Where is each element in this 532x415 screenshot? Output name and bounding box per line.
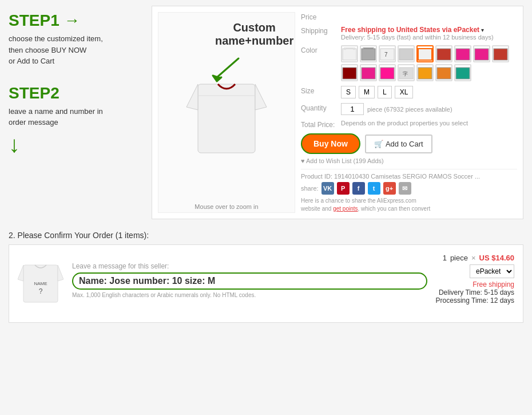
- order-item: NAME ? Leave a message for this seller: …: [18, 254, 514, 307]
- color-swatch-orange[interactable]: [416, 64, 434, 81]
- get-points-link[interactable]: get points: [333, 205, 358, 212]
- svg-rect-6: [362, 49, 375, 60]
- size-label: Size: [301, 86, 341, 95]
- color-swatch-hot-pink[interactable]: [379, 64, 396, 81]
- shipping-label: Shipping: [301, 26, 341, 35]
- svg-rect-1: [198, 84, 255, 153]
- color-swatch-teal[interactable]: [454, 64, 471, 81]
- twitter-button[interactable]: t: [368, 182, 380, 195]
- buy-now-button[interactable]: Buy Now: [301, 133, 360, 154]
- step2-title: STEP2: [9, 84, 146, 102]
- svg-rect-13: [475, 49, 489, 60]
- svg-rect-3: [343, 49, 356, 60]
- qty-stock: piece (67932 pieces available): [367, 106, 452, 113]
- svg-text:?: ?: [39, 287, 43, 295]
- color-swatch-char[interactable]: 字: [398, 64, 415, 81]
- color-swatch-pink[interactable]: [454, 45, 471, 62]
- svg-rect-21: [437, 68, 451, 79]
- delivery-time: Delivery Time: 5-15 days: [436, 288, 514, 297]
- svg-rect-10: [418, 49, 432, 60]
- svg-rect-14: [494, 49, 507, 60]
- item-qty: 1: [443, 254, 447, 262]
- svg-rect-20: [418, 68, 432, 79]
- color-swatch-number7[interactable]: 7: [379, 45, 396, 62]
- heart-icon: ♥: [301, 157, 305, 164]
- add-to-cart-button[interactable]: 🛒 Add to Cart: [365, 135, 432, 153]
- color-swatch-lightgray[interactable]: [398, 45, 415, 62]
- pinterest-button[interactable]: P: [337, 182, 350, 195]
- color-swatch-red2[interactable]: [473, 45, 490, 62]
- svg-text:7: 7: [384, 52, 388, 58]
- step1-arrow: →: [64, 11, 80, 30]
- svg-rect-5: [353, 48, 355, 50]
- product-panel: Customname+number: [152, 6, 523, 219]
- price-label: Price: [301, 12, 341, 21]
- step2-down-arrow: ↓: [9, 133, 146, 156]
- svg-rect-17: [380, 68, 394, 79]
- product-meta: Product ID: 1914010430 Camisetas SERGIO …: [301, 169, 517, 213]
- step1-title: STEP1 →: [9, 11, 146, 30]
- share-label: share:: [301, 185, 319, 192]
- svg-text:字: 字: [403, 71, 408, 77]
- step1-desc: choose the customized item, then choose …: [9, 33, 146, 67]
- color-swatch-magenta[interactable]: [360, 64, 377, 81]
- wishlist-link[interactable]: ♥ Add to Wish List (199 Adds): [301, 157, 517, 164]
- size-xl[interactable]: XL: [395, 86, 414, 98]
- step1-label: STEP1: [9, 11, 59, 30]
- product-image-container: Customname+number: [158, 12, 295, 213]
- shipping-value: Free shipping to United States via ePack…: [341, 26, 479, 34]
- facebook-button[interactable]: f: [352, 182, 365, 195]
- color-swatch-darkred[interactable]: [435, 45, 452, 62]
- size-buttons: S M L XL: [341, 86, 517, 98]
- svg-rect-11: [437, 49, 451, 60]
- color-swatch-darkred2[interactable]: [341, 64, 358, 81]
- instructions-panel: STEP1 → choose the customized item, then…: [9, 6, 146, 219]
- quantity-row: 1 piece × US $14.60: [443, 254, 514, 262]
- product-id: Product ID: 1914010430 Camisetas SERGIO …: [301, 173, 517, 180]
- custom-name-label: Customname+number: [215, 21, 293, 48]
- svg-rect-22: [456, 68, 470, 79]
- vk-button[interactable]: VK: [321, 182, 334, 195]
- color-swatch-red3[interactable]: [492, 45, 509, 62]
- svg-rect-4: [344, 48, 346, 50]
- shipping-method-select[interactable]: ePacket: [470, 264, 514, 278]
- color-label: Color: [301, 45, 341, 54]
- google-button[interactable]: g+: [383, 182, 396, 195]
- size-l[interactable]: L: [378, 86, 392, 98]
- message-container: Leave a message for this seller: Name: J…: [72, 262, 427, 298]
- message-text: Name: Jose number: 10 size: M: [79, 276, 420, 286]
- confirm-title: 2. Please Confirm Your Order (1 items):: [9, 231, 523, 240]
- shipping-info: Free shipping Delivery Time: 5-15 days P…: [436, 280, 514, 305]
- color-swatch-gray[interactable]: [360, 45, 377, 62]
- svg-rect-15: [343, 68, 356, 79]
- svg-text:NAME: NAME: [34, 281, 47, 286]
- action-buttons: Buy Now 🛒 Add to Cart: [301, 133, 517, 154]
- size-m[interactable]: M: [359, 86, 375, 98]
- message-label: Leave a message for this seller:: [72, 262, 427, 270]
- message-input-area[interactable]: Name: Jose number: 10 size: M: [72, 272, 427, 290]
- quantity-input[interactable]: [341, 103, 364, 115]
- order-item-image: NAME ?: [18, 254, 63, 307]
- share-row: share: VK P f t g+ ✉: [301, 182, 517, 195]
- email-button[interactable]: ✉: [399, 182, 411, 195]
- color-swatch-white[interactable]: [341, 45, 358, 62]
- free-shipping-label: Free shipping: [436, 280, 514, 288]
- color-swatch-selected[interactable]: [416, 45, 434, 62]
- item-price: US $14.60: [479, 254, 514, 262]
- svg-rect-12: [456, 49, 470, 60]
- step2-label: STEP2: [9, 84, 59, 102]
- custom-arrow: [210, 56, 244, 86]
- zoom-hint: Mouse over to zoom in: [194, 203, 258, 210]
- color-swatch-orange2[interactable]: [435, 64, 452, 81]
- piece-label: piece: [450, 254, 468, 262]
- order-item-middle: Leave a message for this seller: Name: J…: [72, 254, 427, 298]
- confirm-box: NAME ? Leave a message for this seller: …: [9, 244, 523, 323]
- quantity-label: Quantity: [301, 103, 341, 112]
- times-sign: ×: [471, 254, 476, 262]
- svg-rect-16: [362, 68, 375, 79]
- order-item-right: 1 piece × US $14.60 ePacket Free shippin…: [436, 254, 514, 305]
- size-s[interactable]: S: [341, 86, 356, 98]
- processing-time: Processing Time: 12 days: [436, 297, 514, 305]
- shipping-days: Delivery: 5-15 days (fast) and within 12…: [341, 34, 517, 41]
- total-value: Depends on the product properties you se…: [341, 120, 517, 127]
